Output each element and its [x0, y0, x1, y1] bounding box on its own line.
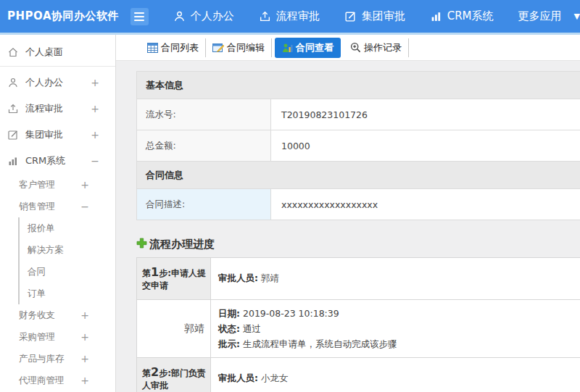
nav-group-approval[interactable]: 集团审批 — [344, 9, 405, 23]
nav-label: 个人办公 — [191, 9, 234, 23]
sidebar-item-agent-management[interactable]: 代理商管理 + — [0, 370, 115, 391]
field-label-serial: 流水号: — [137, 99, 271, 130]
sidebar-item-crm-system[interactable]: CRM系统 − — [0, 148, 115, 174]
sidebar-item-label: 个人办公 — [25, 76, 63, 89]
section-header-row: 基本信息 — [137, 72, 580, 99]
flow-icon — [259, 10, 271, 22]
menu-toggle-button[interactable] — [130, 8, 148, 25]
edit-table-icon — [212, 43, 224, 53]
sidebar-item-label: 合同 — [28, 266, 46, 278]
sidebar-item-label: 集团审批 — [25, 128, 63, 141]
field-value-total-amount: 10000 — [271, 130, 580, 162]
tab-bar: 合同列表 合同编辑 合同查看 操作记录 — [116, 35, 580, 61]
sidebar-item-finance[interactable]: 财务收支 + — [0, 304, 115, 326]
nav-label: 更多应用 — [518, 9, 562, 23]
edit-icon — [344, 10, 357, 22]
sidebar-item-order[interactable]: 订单 — [18, 283, 115, 304]
step-approver: 审批人员: 郭靖 — [211, 258, 580, 300]
sidebar-item-label: 个人桌面 — [25, 46, 63, 59]
contract-info-table: 基本信息 流水号: T20190823101726 总金额: 10000 合同信… — [136, 71, 580, 220]
sidebar-item-label: 产品与库存 — [19, 353, 65, 365]
sidebar-item-label: 销售管理 — [19, 201, 55, 213]
expand-icon[interactable]: + — [91, 78, 99, 88]
workflow-steps-table: 第1步:申请人提交申请 审批人员: 郭靖 郭靖 日期: 2019-08-23 1… — [136, 257, 580, 392]
sidebar-item-label: 客户管理 — [19, 179, 55, 191]
page-body: 基本信息 流水号: T20190823101726 总金额: 10000 合同信… — [116, 61, 580, 392]
field-label-total-amount: 总金额: — [137, 130, 271, 162]
table-row: 流水号: T20190823101726 — [137, 99, 580, 130]
table-row: 总金额: 10000 — [137, 130, 580, 162]
section-title-contract: 合同信息 — [137, 162, 580, 189]
tab-contract-edit[interactable]: 合同编辑 — [206, 38, 272, 57]
main-content: 合同列表 合同编辑 合同查看 操作记录 — [116, 35, 580, 392]
expand-icon[interactable]: + — [80, 180, 89, 190]
tab-contract-view[interactable]: 合同查看 — [275, 38, 341, 58]
zoom-plus-icon — [350, 42, 361, 53]
sidebar-item-quotation[interactable]: 报价单 — [18, 217, 115, 239]
user-icon — [7, 77, 19, 88]
sidebar-item-label: 流程审批 — [25, 102, 63, 115]
sidebar-item-personal-office[interactable]: 个人办公 + — [0, 70, 115, 96]
step-approver: 审批人员: 小龙女 — [211, 358, 580, 392]
expand-icon[interactable]: + — [80, 375, 89, 385]
sidebar-item-contract[interactable]: 合同 — [18, 261, 115, 283]
section-header-row: 合同信息 — [137, 162, 580, 189]
nav-label: 集团审批 — [362, 9, 405, 23]
table-row: 合同描述: xxxxxxxxxxxxxxxxxx — [137, 189, 580, 220]
step-title: 第2步:部门负责人审批 — [137, 358, 211, 392]
flow-icon — [7, 103, 19, 114]
sidebar-item-label: CRM系统 — [25, 154, 65, 167]
sidebar-item-personal-desktop[interactable]: 个人桌面 — [0, 38, 115, 67]
chart-icon — [7, 155, 19, 167]
nav-more-apps[interactable]: 更多应用 ▼ — [518, 9, 580, 23]
nav-label: CRM系统 — [447, 9, 494, 23]
progress-section-header: 流程办理进度 — [136, 238, 580, 251]
edit-icon — [7, 129, 19, 141]
tab-label: 操作记录 — [364, 41, 402, 54]
collapse-icon[interactable]: − — [91, 156, 99, 166]
detail-remark-line: 批示: 生成流程申请单，系统自动完成该步骤 — [218, 336, 580, 351]
nav-crm-system[interactable]: CRM系统 — [430, 9, 494, 23]
home-icon — [7, 46, 19, 58]
sidebar-item-group-approval[interactable]: 集团审批 + — [0, 122, 115, 148]
sidebar-item-solution[interactable]: 解决方案 — [18, 239, 115, 261]
expand-icon[interactable]: + — [80, 354, 89, 364]
tab-label: 合同查看 — [296, 41, 334, 54]
nav-label: 流程审批 — [276, 9, 320, 23]
expand-icon[interactable]: + — [80, 332, 89, 342]
sidebar-item-label: 采购管理 — [19, 331, 55, 343]
user-icon — [173, 10, 186, 22]
top-bar: PHPOA协同办公软件 个人办公 流程审批 集团审批 CRM系统 更多应用 ▼ — [0, 0, 580, 33]
sidebar-item-purchase-management[interactable]: 采购管理 + — [0, 326, 115, 348]
chart-icon — [430, 10, 442, 22]
sidebar-item-label: 代理商管理 — [19, 375, 65, 387]
expand-icon[interactable]: + — [91, 130, 99, 140]
progress-title: 流程办理进度 — [149, 238, 215, 251]
sidebar-item-product-inventory[interactable]: 产品与库存 + — [0, 348, 115, 370]
step-detail-row: 郭靖 日期: 2019-08-23 10:18:39 状态: 通过 批示: 生成… — [137, 300, 580, 358]
sidebar-item-label: 报价单 — [28, 222, 55, 235]
tab-label: 合同列表 — [161, 41, 199, 54]
sidebar-item-customer-management[interactable]: 客户管理 + — [0, 174, 115, 196]
step-header-row: 第1步:申请人提交申请 审批人员: 郭靖 — [137, 258, 580, 300]
plus-icon — [136, 238, 149, 251]
sidebar-item-label: 订单 — [28, 288, 46, 300]
field-label-description: 合同描述: — [137, 189, 271, 220]
step-title: 第1步:申请人提交申请 — [137, 258, 211, 300]
collapse-icon[interactable]: − — [80, 201, 89, 212]
approver-name: 郭靖 — [137, 300, 211, 358]
tab-operation-log[interactable]: 操作记录 — [344, 38, 409, 57]
sidebar-item-label: 财务收支 — [19, 309, 55, 322]
expand-icon[interactable]: + — [80, 310, 89, 320]
sidebar: 个人桌面 个人办公 + 流程审批 + 集团审批 + — [0, 35, 116, 392]
nav-personal-office[interactable]: 个人办公 — [173, 9, 234, 23]
step-header-row: 第2步:部门负责人审批 审批人员: 小龙女 — [137, 358, 580, 392]
view-icon — [282, 43, 293, 53]
section-title-basic: 基本信息 — [137, 72, 580, 99]
tab-contract-list[interactable]: 合同列表 — [141, 38, 206, 57]
sidebar-item-sales-management[interactable]: 销售管理 − — [0, 196, 115, 217]
sidebar-item-workflow-approval[interactable]: 流程审批 + — [0, 96, 115, 122]
expand-icon[interactable]: + — [91, 104, 99, 114]
tab-label: 合同编辑 — [227, 41, 265, 54]
nav-workflow-approval[interactable]: 流程审批 — [259, 9, 320, 23]
